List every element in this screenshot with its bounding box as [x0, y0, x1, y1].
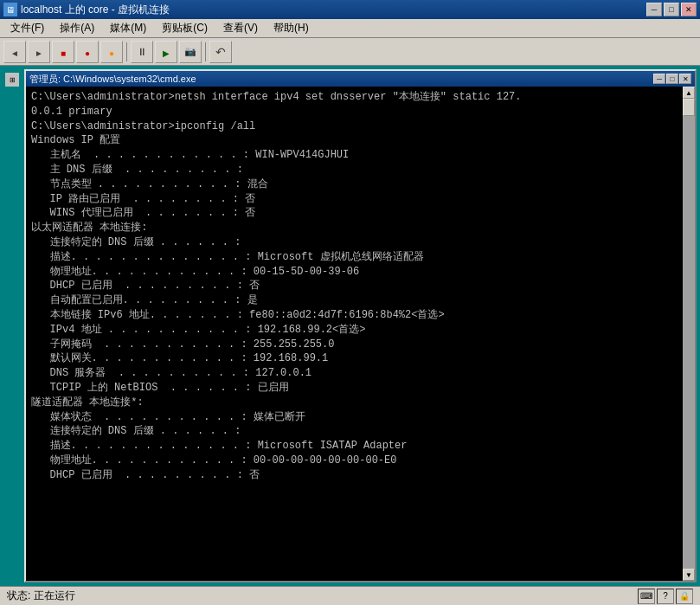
title-bar-buttons: ─ □ ✕ [646, 3, 697, 16]
cmd-line: 自动配置已启用. . . . . . . . . : 是 [31, 293, 678, 308]
cmd-line: C:\Users\administrator>ipconfig /all [31, 119, 678, 134]
menu-file[interactable]: 文件(F) [3, 19, 51, 37]
status-right: ⌨ ? 🔒 [638, 589, 693, 604]
forward-button[interactable] [28, 41, 50, 63]
pause-icon: ⏸ [137, 46, 147, 58]
cmd-line: 子网掩码 . . . . . . . . . . . : 255.255.255… [31, 338, 678, 352]
stop-button[interactable] [52, 41, 74, 63]
scrollbar-up-button[interactable]: ▲ [683, 87, 695, 99]
sidebar-icon: ⊞ [5, 73, 19, 87]
record-orange-button[interactable] [100, 41, 123, 63]
record-red-icon [85, 45, 90, 59]
back-button[interactable] [3, 41, 26, 63]
window-title: localhost 上的 core - 虚拟机连接 [21, 3, 170, 17]
cmd-line: 以太网适配器 本地连接: [31, 221, 678, 235]
cmd-line: 媒体状态 . . . . . . . . . . . : 媒体已断开 [31, 410, 678, 425]
cmd-line: Windows IP 配置 [31, 133, 678, 148]
cmd-restore-button[interactable]: □ [666, 74, 678, 84]
cmd-close-button[interactable]: ✕ [679, 74, 691, 84]
cmd-line: DHCP 已启用 . . . . . . . . . : 否 [31, 468, 678, 483]
status-icon-lock[interactable]: 🔒 [676, 589, 693, 604]
cmd-line: 主机名 . . . . . . . . . . . . : WIN-WPV414… [31, 148, 678, 163]
toolbar: ⏸ 📷 [0, 38, 700, 66]
cmd-line: C:\Users\administrator>netsh interface i… [31, 90, 678, 105]
title-bar: 🖥 localhost 上的 core - 虚拟机连接 ─ □ ✕ [0, 0, 700, 19]
cmd-line: DNS 服务器 . . . . . . . . . . : 127.0.0.1 [31, 366, 678, 381]
window-icon: 🖥 [3, 3, 17, 16]
menu-bar: 文件(F) 操作(A) 媒体(M) 剪贴板(C) 查看(V) 帮助(H) [0, 19, 700, 38]
status-left: 状态: 正在运行 [7, 589, 75, 603]
cmd-line: 主 DNS 后缀 . . . . . . . . . : [31, 163, 678, 177]
maximize-button[interactable]: □ [664, 3, 679, 16]
menu-view[interactable]: 查看(V) [216, 19, 265, 37]
cmd-line: 描述. . . . . . . . . . . . . . : Microsof… [31, 250, 678, 265]
menu-clipboard[interactable]: 剪贴板(C) [155, 19, 215, 37]
cmd-line: 节点类型 . . . . . . . . . . . : 混合 [31, 177, 678, 192]
status-icon-keyboard[interactable]: ⌨ [638, 589, 655, 604]
cmd-line: IPv4 地址 . . . . . . . . . . . : 192.168.… [31, 323, 678, 338]
cmd-line: IP 路由已启用 . . . . . . . . : 否 [31, 192, 678, 207]
cmd-title-bar: 管理员: C:\Windows\system32\cmd.exe ─ □ ✕ [26, 71, 695, 87]
sidebar-left: ⊞ [3, 69, 21, 582]
cmd-minimize-button[interactable]: ─ [653, 74, 665, 84]
toolbar-separator-2 [205, 42, 206, 61]
cmd-scrollbar[interactable]: ▲ ▼ [683, 87, 695, 581]
cmd-line: 连接特定的 DNS 后缀 . . . . . . : [31, 424, 678, 439]
cmd-line: 0.0.1 primary [31, 105, 678, 119]
scrollbar-down-button[interactable]: ▼ [683, 569, 695, 581]
cmd-line: TCPIP 上的 NetBIOS . . . . . . : 已启用 [31, 381, 678, 396]
cmd-title-buttons: ─ □ ✕ [653, 74, 691, 84]
toolbar-separator-1 [126, 42, 127, 61]
menu-media[interactable]: 媒体(M) [103, 19, 153, 37]
menu-help[interactable]: 帮助(H) [267, 19, 316, 37]
cmd-line: 描述. . . . . . . . . . . . . . : Microsof… [31, 439, 678, 454]
main-area: ⊞ 管理员: C:\Windows\system32\cmd.exe ─ □ ✕… [0, 66, 700, 586]
cmd-line: 本地链接 IPv6 地址. . . . . . . : fe80::a0d2:4… [31, 308, 678, 323]
close-button[interactable]: ✕ [681, 3, 697, 16]
record-red-button[interactable] [76, 41, 99, 63]
undo-icon [215, 45, 226, 59]
forward-icon [35, 45, 43, 59]
cmd-output[interactable]: C:\Users\administrator>netsh interface i… [26, 87, 683, 581]
cmd-line: 隧道适配器 本地连接*: [31, 396, 678, 410]
undo-button[interactable] [209, 41, 232, 63]
scrollbar-track[interactable] [683, 99, 695, 569]
cmd-line: 默认网关. . . . . . . . . . . . : 192.168.99… [31, 351, 678, 366]
snapshot-icon: 📷 [184, 46, 196, 57]
cmd-line: 连接特定的 DNS 后缀 . . . . . . : [31, 235, 678, 250]
minimize-button[interactable]: ─ [646, 3, 662, 16]
play-button[interactable] [155, 41, 177, 63]
status-icon-question[interactable]: ? [657, 589, 674, 604]
cmd-line: WINS 代理已启用 . . . . . . . : 否 [31, 206, 678, 221]
menu-action[interactable]: 操作(A) [53, 19, 101, 37]
cmd-window: 管理员: C:\Windows\system32\cmd.exe ─ □ ✕ C… [24, 69, 697, 582]
pause-button[interactable]: ⏸ [131, 41, 153, 63]
back-icon [10, 45, 19, 59]
record-orange-icon [109, 45, 114, 59]
play-icon [163, 45, 170, 59]
cmd-line: 物理地址. . . . . . . . . . . . : 00-00-00-0… [31, 454, 678, 468]
title-bar-left: 🖥 localhost 上的 core - 虚拟机连接 [3, 3, 170, 17]
cmd-window-title: 管理员: C:\Windows\system32\cmd.exe [29, 73, 196, 86]
cmd-line: DHCP 已启用 . . . . . . . . . : 否 [31, 279, 678, 293]
scrollbar-thumb[interactable] [683, 99, 695, 116]
cmd-content-area: C:\Users\administrator>netsh interface i… [26, 87, 695, 581]
snapshot-button[interactable]: 📷 [179, 41, 202, 63]
cmd-line: 物理地址. . . . . . . . . . . . : 00-15-5D-0… [31, 265, 678, 280]
status-bar: 状态: 正在运行 ⌨ ? 🔒 [0, 586, 700, 605]
status-text: 状态: 正在运行 [7, 589, 75, 603]
stop-icon [61, 45, 66, 59]
